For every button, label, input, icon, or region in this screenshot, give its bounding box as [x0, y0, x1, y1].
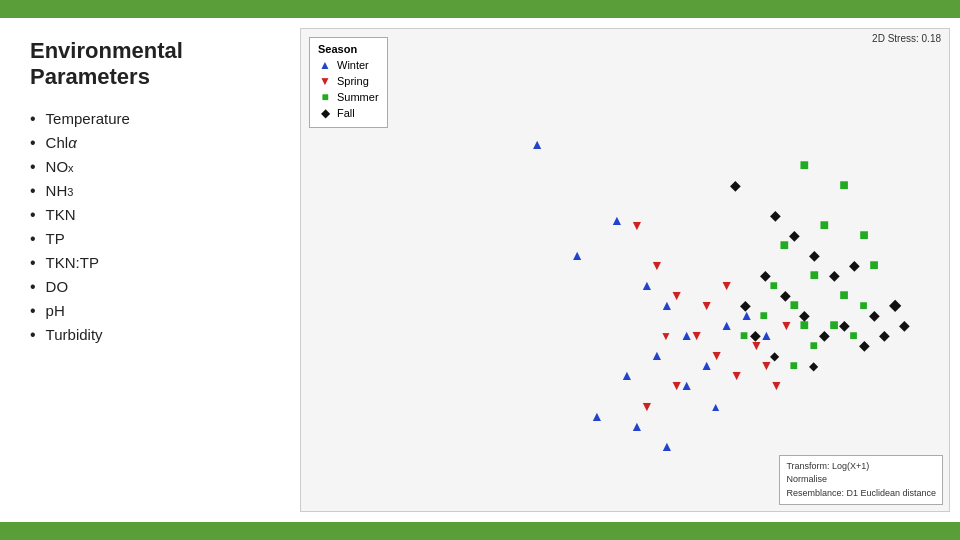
list-item: Chl α — [30, 134, 270, 152]
svg-text:◆: ◆ — [809, 359, 819, 373]
list-item: NOx — [30, 158, 270, 176]
svg-text:◆: ◆ — [770, 207, 781, 223]
svg-text:■: ■ — [829, 316, 839, 333]
svg-text:▼: ▼ — [670, 287, 684, 303]
svg-text:■: ■ — [780, 236, 790, 253]
svg-text:◆: ◆ — [899, 317, 910, 333]
svg-text:■: ■ — [760, 307, 768, 323]
left-panel: Environmental Parameters Temperature Chl… — [0, 18, 300, 522]
svg-text:■: ■ — [849, 327, 857, 343]
list-item: TP — [30, 230, 270, 248]
svg-text:◆: ◆ — [859, 337, 870, 353]
list-item: pH — [30, 302, 270, 320]
svg-text:▲: ▲ — [640, 277, 654, 293]
svg-text:◆: ◆ — [750, 327, 761, 343]
svg-text:◆: ◆ — [740, 297, 751, 313]
svg-text:▼: ▼ — [720, 277, 734, 293]
svg-text:▼: ▼ — [700, 297, 714, 313]
svg-text:■: ■ — [859, 226, 869, 243]
svg-text:◆: ◆ — [879, 327, 890, 343]
svg-text:◆: ◆ — [889, 296, 902, 313]
list-item: Temperature — [30, 110, 270, 128]
svg-text:■: ■ — [809, 266, 819, 283]
info-line3: Resemblance: D1 Euclidean distance — [786, 487, 936, 501]
info-line2: Normalise — [786, 473, 936, 487]
main-content: Environmental Parameters Temperature Chl… — [0, 18, 960, 522]
svg-text:▲: ▲ — [570, 247, 584, 263]
svg-text:■: ■ — [869, 256, 879, 273]
bottom-bar — [0, 522, 960, 540]
svg-text:■: ■ — [859, 297, 867, 313]
svg-text:◆: ◆ — [789, 227, 800, 243]
svg-text:▼: ▼ — [710, 347, 724, 363]
svg-text:▼: ▼ — [730, 367, 744, 383]
svg-text:◆: ◆ — [849, 257, 860, 273]
svg-text:◆: ◆ — [770, 349, 780, 363]
svg-text:◆: ◆ — [730, 177, 741, 193]
scatter-plot-panel: 2D Stress: 0.18 Season ▲ Winter ▼ Spring… — [300, 28, 950, 512]
svg-text:■: ■ — [789, 357, 797, 373]
svg-text:▼: ▼ — [770, 377, 784, 393]
svg-text:■: ■ — [839, 286, 849, 303]
svg-text:▲: ▲ — [530, 136, 544, 152]
svg-text:■: ■ — [809, 337, 817, 353]
list-item: NH3 — [30, 182, 270, 200]
section-title: Environmental Parameters — [30, 38, 270, 90]
svg-text:◆: ◆ — [809, 247, 820, 263]
svg-text:■: ■ — [770, 277, 778, 293]
info-box: Transform: Log(X+1) Normalise Resemblanc… — [779, 455, 943, 506]
svg-text:▼: ▼ — [660, 329, 672, 343]
svg-text:▲: ▲ — [590, 408, 604, 424]
svg-text:■: ■ — [839, 176, 849, 193]
scatter-svg: ▲ ▲ ▲ ▲ ▲ ▲ ▲ ▲ ▲ ▲ ▲ ▲ ▲ ▲ ▲ ▲ ▲ ▼ ▼ — [301, 29, 949, 511]
svg-text:◆: ◆ — [799, 307, 810, 323]
svg-text:▼: ▼ — [640, 398, 654, 414]
svg-text:◆: ◆ — [869, 307, 880, 323]
list-item: DO — [30, 278, 270, 296]
top-bar — [0, 0, 960, 18]
bullet-list: Temperature Chl α NOx NH3 TKN TP TKN:TP … — [30, 110, 270, 344]
svg-text:◆: ◆ — [760, 267, 771, 283]
svg-text:■: ■ — [819, 216, 829, 233]
svg-text:▲: ▲ — [720, 317, 734, 333]
svg-text:▲: ▲ — [630, 418, 644, 434]
svg-text:■: ■ — [789, 296, 799, 313]
list-item: TKN — [30, 206, 270, 224]
svg-text:▲: ▲ — [620, 367, 634, 383]
list-item: Turbidity — [30, 326, 270, 344]
svg-text:▲: ▲ — [660, 438, 674, 454]
svg-text:▼: ▼ — [780, 317, 794, 333]
svg-text:◆: ◆ — [780, 287, 791, 303]
svg-text:■: ■ — [799, 156, 809, 173]
chart-area: 2D Stress: 0.18 Season ▲ Winter ▼ Spring… — [301, 29, 949, 511]
svg-text:◆: ◆ — [829, 267, 840, 283]
list-item: TKN:TP — [30, 254, 270, 272]
svg-text:◆: ◆ — [839, 317, 850, 333]
svg-text:▼: ▼ — [690, 327, 704, 343]
svg-text:▲: ▲ — [650, 347, 664, 363]
info-line1: Transform: Log(X+1) — [786, 460, 936, 474]
svg-text:■: ■ — [740, 327, 748, 343]
svg-text:▼: ▼ — [630, 217, 644, 233]
svg-text:▲: ▲ — [610, 212, 624, 228]
svg-text:▼: ▼ — [650, 257, 664, 273]
svg-text:▼: ▼ — [670, 377, 684, 393]
svg-text:▲: ▲ — [710, 400, 722, 414]
svg-text:◆: ◆ — [819, 327, 830, 343]
